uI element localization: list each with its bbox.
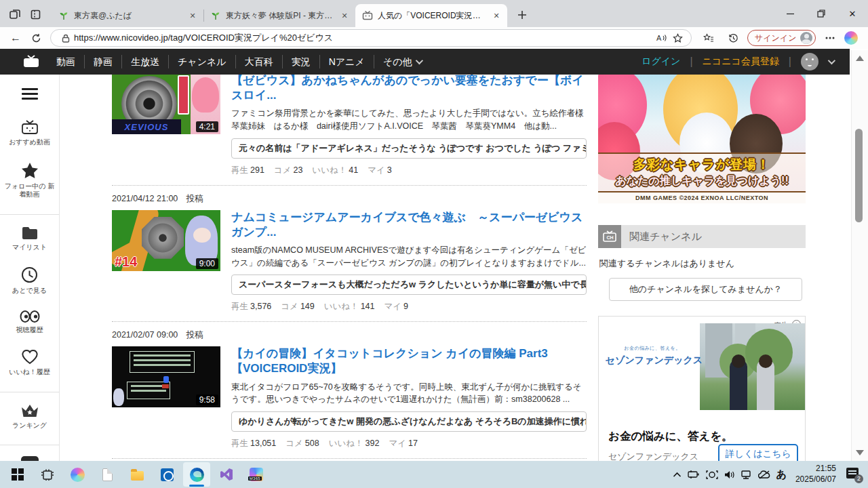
back-button[interactable]: ←	[5, 29, 26, 47]
niconico-logo-icon[interactable]	[23, 55, 39, 68]
copilot-app-button[interactable]	[64, 462, 91, 487]
separator: |	[789, 56, 791, 68]
signin-button[interactable]: サインイン	[747, 30, 816, 46]
m365-app-button[interactable]: M365	[243, 462, 270, 487]
settings-more-icon[interactable]	[820, 29, 840, 47]
ad-photo	[700, 323, 805, 410]
crown-icon	[20, 403, 39, 418]
sidebar-divider	[0, 392, 59, 392]
sidebar-item-watch-later[interactable]: あとで見る	[0, 266, 59, 296]
edge-button-active[interactable]	[183, 462, 210, 487]
workspaces-icon[interactable]	[9, 9, 21, 20]
sidebar-item-following[interactable]: フォロー中の 新着動画	[0, 162, 59, 199]
sidebar-item-nanime[interactable]: N	[0, 456, 59, 461]
history-icon[interactable]	[723, 29, 743, 47]
network-icon[interactable]	[741, 470, 752, 479]
video-thumbnail[interactable]: XEVIOUS 4:21	[112, 75, 220, 134]
browser-tab-2[interactable]: 東方妖々夢 体験版PI - 東方裏@ふ ✕	[203, 4, 355, 27]
taskbar-clock[interactable]: 21:55 2025/06/07	[795, 464, 836, 485]
scrollbar-down-arrow-icon[interactable]	[856, 450, 864, 455]
login-link[interactable]: ログイン	[642, 56, 680, 68]
video-thumbnail[interactable]: #14 9:00	[112, 210, 220, 271]
tab-actions-icon[interactable]	[31, 9, 42, 20]
address-bar[interactable]: https://www.nicovideo.jp/tag/VOICEROID実況…	[50, 29, 692, 47]
nav-jikkyo[interactable]: 実況	[282, 55, 319, 68]
video-title[interactable]: 【ゼビウス】あかねちゃんがあのでっかい要塞をたおすでー【ボイスロイ...	[231, 75, 587, 103]
copilot-icon[interactable]	[844, 31, 858, 45]
chevron-down-icon[interactable]	[828, 57, 835, 64]
onedrive-paused-icon[interactable]	[758, 470, 770, 479]
visual-studio-button[interactable]	[213, 462, 240, 487]
video-thumbnail[interactable]: 9:58	[112, 346, 220, 407]
outlook-icon	[161, 468, 174, 481]
video-post-date: 2021/04/12 21:00 投稿	[112, 193, 587, 205]
heart-icon	[21, 349, 39, 365]
page-content: おすすめ動画 フォロー中の 新着動画 マイリスト あとで見る 視聴履歴 いい	[0, 75, 850, 461]
camera-indicator-icon[interactable]	[706, 470, 718, 479]
battery-icon[interactable]	[688, 470, 700, 479]
start-button[interactable]	[4, 462, 31, 487]
video-title[interactable]: ナムコミュージアムアーカイブスで色々遊ぶ ～スーパーゼビウス ガンプ...	[231, 210, 587, 240]
nav-nanime[interactable]: Nアニメ	[319, 55, 374, 68]
notification-center-button[interactable]: 2	[846, 468, 861, 481]
outlook-button[interactable]	[153, 462, 180, 487]
banner-footer: DMM GAMES ©2024 EXNOA LLC/NEXTON	[598, 192, 806, 203]
edge-icon	[190, 468, 204, 482]
ad-cta-button[interactable]: 詳しくはこちら	[718, 444, 798, 461]
user-avatar-icon[interactable]	[801, 53, 818, 70]
menu-hamburger-icon[interactable]	[22, 88, 38, 100]
nav-channel[interactable]: チャンネル	[168, 55, 235, 68]
display-ad-card[interactable]: 広告 i お金の悩みに、答えを。 セゾンファンデックス お金の悩みに、答えを。 …	[598, 316, 806, 461]
sidebar-item-ranking[interactable]: ランキング	[0, 403, 59, 430]
sidebar-item-history[interactable]: 視聴履歴	[0, 310, 59, 335]
find-channels-button[interactable]: 他のチャンネルを探してみませんか？	[609, 278, 802, 301]
window-restore-button[interactable]	[806, 0, 837, 27]
tab-close-icon[interactable]: ✕	[491, 10, 502, 21]
ad-banner[interactable]: 多彩なキャラが登場！ あなたの推しキャラを見つけよう!! DMM GAMES ©…	[598, 75, 806, 203]
register-link[interactable]: ニコニコ会員登録	[703, 56, 779, 68]
sidebar-item-mylist[interactable]: マイリスト	[0, 226, 59, 252]
thumbnail-art	[178, 75, 189, 115]
nav-live[interactable]: 生放送	[121, 55, 168, 68]
advertiser-tagline: お金の悩みに、答えを。	[608, 345, 696, 352]
nav-seiga[interactable]: 静画	[84, 55, 121, 68]
browser-tab-1[interactable]: 東方裏@ふたば ✕	[52, 4, 203, 27]
ime-indicator[interactable]: あ	[776, 468, 787, 481]
tab-close-icon[interactable]: ✕	[339, 10, 350, 21]
banner-line-2: あなたの推しキャラを見つけよう!!	[598, 174, 806, 188]
new-tab-button[interactable]	[513, 5, 532, 24]
divider	[112, 321, 587, 322]
file-explorer-button[interactable]	[123, 462, 151, 487]
n-anime-icon: N	[21, 456, 39, 461]
scrollbar-up-arrow-icon[interactable]	[856, 56, 864, 61]
favorites-bar-icon[interactable]	[698, 29, 719, 47]
page-scrollbar[interactable]	[851, 50, 868, 461]
video-title[interactable]: 【カイの冒険】イタコットコレクション カイの冒険編 Part3【VOICEROI…	[231, 346, 587, 376]
speaker-icon[interactable]	[724, 470, 735, 479]
document-app-button[interactable]	[94, 462, 121, 487]
scrollbar-thumb[interactable]	[855, 129, 863, 222]
thumbnail-art	[130, 351, 195, 373]
sidebar-item-recommended[interactable]: おすすめ動画	[0, 120, 59, 147]
document-icon	[102, 468, 113, 481]
window-close-button[interactable]: ✕	[837, 0, 868, 27]
thumbnail-art	[163, 376, 169, 383]
task-view-button[interactable]	[34, 462, 61, 487]
hidden-icons-chevron-icon[interactable]	[673, 472, 682, 477]
refresh-button[interactable]	[26, 29, 46, 47]
nav-dictionary[interactable]: 大百科	[235, 55, 282, 68]
nav-video[interactable]: 動画	[47, 55, 84, 68]
tab-title: 東方裏@ふたば	[74, 10, 183, 22]
window-minimize-button[interactable]	[774, 0, 806, 27]
video-comment-ticker: ゆかりさんが転がってきたw 開発の悪ふざけなんだよなあ そろそろBの加速操作に慣…	[231, 411, 587, 432]
browser-tab-active[interactable]: 人気の「VOICEROID実況プレイ ゼビウ ✕	[355, 4, 507, 27]
video-item-1: XEVIOUS 4:21 【ゼビウス】あかねちゃんがあのでっかい要塞をたおすでー…	[112, 75, 587, 176]
tab-close-icon[interactable]: ✕	[187, 10, 198, 21]
favorite-star-icon[interactable]	[669, 30, 686, 45]
nav-more[interactable]: その他	[374, 55, 431, 68]
url-text: https://www.nicovideo.jp/tag/VOICEROID実況…	[74, 32, 653, 44]
sidebar-item-like-history[interactable]: いいね！履歴	[0, 349, 59, 377]
read-aloud-icon[interactable]: A	[653, 30, 669, 45]
screen: 東方裏@ふたば ✕ 東方妖々夢 体験版PI - 東方裏@ふ ✕ 人気の「VOIC…	[0, 0, 868, 488]
thumbnail-art	[113, 388, 124, 406]
